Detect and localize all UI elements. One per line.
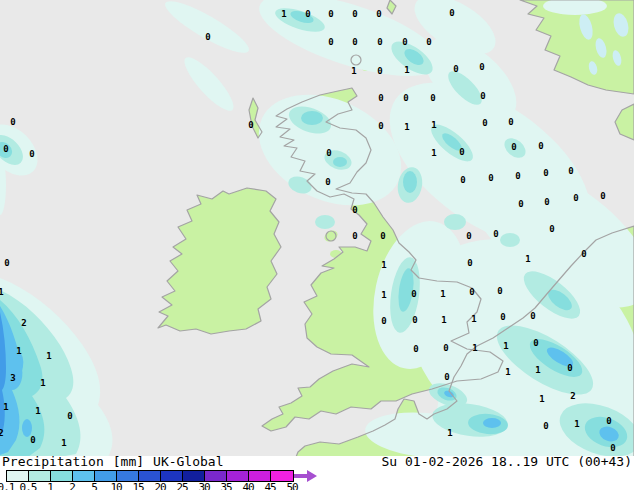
legend-unit: [mm]	[113, 456, 144, 468]
scale-tick-label: 50	[286, 481, 297, 490]
precip-value: 1	[404, 122, 409, 132]
precip-value: 0	[305, 9, 310, 19]
precip-value: 0	[567, 363, 572, 373]
precip-value: 0	[581, 249, 586, 259]
precip-value: 0	[325, 177, 330, 187]
precip-value: 1	[505, 367, 510, 377]
legend-title: Precipitation	[2, 456, 104, 468]
precip-value: 0	[544, 197, 549, 207]
precip-value: 0	[543, 168, 548, 178]
precip-value: 1	[525, 254, 530, 264]
precip-value: 0	[402, 37, 407, 47]
scale-segment	[205, 471, 227, 481]
scale-tick-label: 40	[242, 481, 253, 490]
scale-segment	[51, 471, 73, 481]
color-scale-ticks: 0.10.5125101520253035404550	[6, 482, 634, 490]
scale-segment	[161, 471, 183, 481]
precip-value: 1	[281, 9, 286, 19]
precip-value: 0	[493, 229, 498, 239]
scale-segment	[29, 471, 51, 481]
legend-bar: Precipitation [mm] UK-Global Su 01-02-20…	[0, 456, 634, 490]
precip-value: 0	[453, 64, 458, 74]
scale-segment	[117, 471, 139, 481]
scale-segment	[139, 471, 161, 481]
scale-segment	[183, 471, 205, 481]
scale-tick-label: 0.1	[0, 481, 14, 490]
precip-value: 0	[533, 338, 538, 348]
precip-value: 0	[573, 193, 578, 203]
precip-value: 0	[426, 37, 431, 47]
precip-value: 0	[610, 443, 615, 453]
precip-value: 0	[606, 416, 611, 426]
precip-value: 0	[568, 166, 573, 176]
precip-value: 0	[326, 148, 331, 158]
scale-tick-label: 5	[91, 481, 97, 490]
precip-value: 0	[378, 121, 383, 131]
precip-value: 0	[380, 231, 385, 241]
precip-value: 0	[248, 120, 253, 130]
precip-value: 0	[352, 37, 357, 47]
precip-value: 0	[328, 37, 333, 47]
precip-value: 2	[0, 428, 4, 438]
precip-value: 1	[471, 314, 476, 324]
legend-header: Precipitation [mm] UK-Global Su 01-02-20…	[0, 456, 634, 468]
precip-value: 0	[488, 173, 493, 183]
precip-value: 0	[377, 37, 382, 47]
precip-value: 1	[539, 394, 544, 404]
precip-value: 1	[3, 402, 8, 412]
scale-segment	[7, 471, 29, 481]
precip-value: 0	[381, 316, 386, 326]
precip-value: 0	[352, 231, 357, 241]
scale-segment	[73, 471, 95, 481]
legend-model: UK-Global	[153, 456, 223, 468]
legend-title-group: Precipitation [mm] UK-Global	[2, 456, 224, 468]
precip-value: 0	[511, 142, 516, 152]
precip-value: 0	[403, 93, 408, 103]
precip-value: 0	[3, 144, 8, 154]
precip-value: 1	[381, 290, 386, 300]
precip-value: 0	[518, 199, 523, 209]
color-scale	[6, 470, 326, 482]
precip-value: 0	[378, 93, 383, 103]
precip-value: 0	[497, 286, 502, 296]
scale-tick-label: 0.5	[20, 481, 37, 490]
scale-segment	[95, 471, 117, 481]
precip-value: 0	[328, 9, 333, 19]
precip-value: 0	[30, 435, 35, 445]
precip-value: 1	[431, 148, 436, 158]
precip-value: 0	[67, 411, 72, 421]
legend-datetime: Su 01-02-2026 18..19 UTC (00+43)	[382, 456, 632, 468]
precip-value: 1	[441, 315, 446, 325]
precip-value: 0	[543, 421, 548, 431]
scale-tick-label: 10	[110, 481, 121, 490]
scale-segment	[271, 471, 293, 481]
scale-tick-label: 1	[47, 481, 53, 490]
precip-value: 0	[515, 171, 520, 181]
precip-value: 1	[431, 120, 436, 130]
scale-segment	[227, 471, 249, 481]
precip-value: 1	[447, 428, 452, 438]
precip-value: 1	[40, 378, 45, 388]
precip-value: 0	[430, 93, 435, 103]
precip-value: 0	[460, 175, 465, 185]
precip-value: 1	[16, 346, 21, 356]
precip-value: 1	[440, 289, 445, 299]
precip-value: 1	[351, 66, 356, 76]
precip-value: 0	[480, 91, 485, 101]
precip-value: 2	[570, 391, 575, 401]
precip-value: 0	[10, 117, 15, 127]
weather-map-screen: 1000000000001010000000001100000100000000…	[0, 0, 634, 490]
precip-value: 1	[535, 365, 540, 375]
precip-value: 1	[404, 65, 409, 75]
precip-value: 0	[411, 289, 416, 299]
scale-tick-label: 20	[154, 481, 165, 490]
precip-value: 0	[467, 258, 472, 268]
precip-value: 0	[352, 9, 357, 19]
precip-value: 0	[376, 9, 381, 19]
precip-value: 1	[46, 351, 51, 361]
scale-tick-label: 35	[220, 481, 231, 490]
precip-value: 1	[381, 260, 386, 270]
precip-value: 0	[4, 258, 9, 268]
precip-value: 0	[549, 224, 554, 234]
precip-value: 0	[459, 147, 464, 157]
